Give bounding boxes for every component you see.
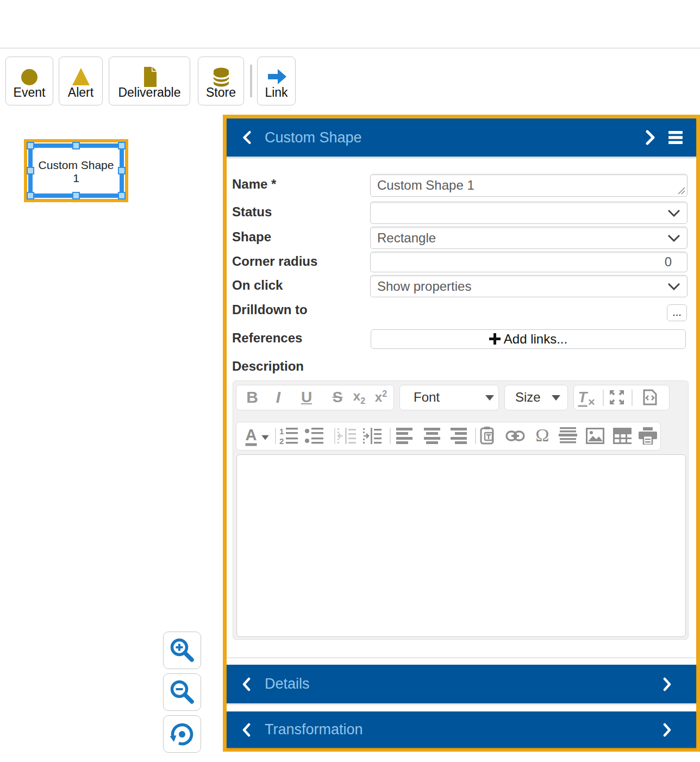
svg-text:1: 1 [279,427,284,436]
svg-text:2: 2 [279,436,284,445]
